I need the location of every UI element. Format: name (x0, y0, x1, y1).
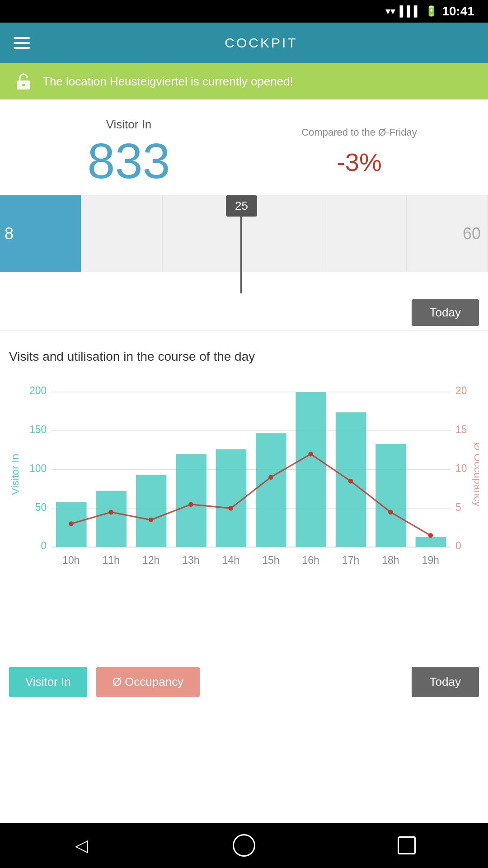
svg-point-37 (388, 510, 393, 515)
divider (0, 330, 488, 331)
svg-point-30 (108, 510, 113, 515)
svg-text:0: 0 (41, 540, 47, 552)
timeline-today-button[interactable]: Today (412, 299, 479, 326)
slider-badge: 25 (226, 195, 257, 217)
legend-row: Visitor In Ø Occupancy Today (0, 658, 488, 706)
svg-text:10h: 10h (62, 554, 80, 566)
chart-title: Visits and utilisation in the course of … (9, 349, 479, 364)
svg-text:150: 150 (29, 424, 47, 435)
signal-icon: ▌▌▌ (400, 5, 421, 17)
comparison-value: -3% (337, 147, 382, 177)
recents-button[interactable] (389, 827, 425, 863)
timeline-cell-1[interactable] (81, 195, 163, 272)
svg-rect-27 (375, 444, 406, 547)
svg-text:100: 100 (29, 462, 47, 474)
svg-text:18h: 18h (382, 554, 399, 566)
comparison-block: Compared to the Ø-Friday -3% (244, 118, 474, 186)
status-time: 10:41 (442, 4, 474, 19)
status-bar: ▾▾ ▌▌▌ 🔋 10:41 (0, 0, 488, 23)
svg-rect-28 (416, 537, 446, 547)
bottom-nav: ◁ (0, 823, 488, 868)
svg-rect-20 (96, 491, 127, 547)
back-button[interactable]: ◁ (63, 827, 99, 863)
svg-point-33 (229, 506, 233, 511)
chart-svg: 200 150 100 50 0 20 15 10 5 0 Visitor In… (9, 377, 479, 649)
svg-rect-23 (216, 449, 247, 547)
hamburger-menu[interactable] (14, 37, 30, 49)
occupancy-legend-button[interactable]: Ø Occupancy (96, 667, 200, 697)
recents-square-icon (398, 836, 416, 854)
visitor-in-legend-button[interactable]: Visitor In (9, 667, 87, 697)
svg-text:15h: 15h (262, 554, 279, 566)
timeline-cell-5[interactable]: 60 (407, 195, 488, 272)
home-button[interactable] (226, 827, 262, 863)
svg-text:0: 0 (455, 540, 461, 552)
chart-section: Visits and utilisation in the course of … (0, 336, 488, 658)
svg-point-29 (69, 521, 73, 526)
svg-text:Visitor In: Visitor In (9, 454, 21, 495)
svg-text:17h: 17h (342, 554, 359, 566)
svg-point-32 (188, 502, 193, 507)
visitor-in-block: Visitor In 833 (14, 118, 244, 186)
slider-handle[interactable]: 25 (226, 195, 257, 293)
visitor-in-label: Visitor In (106, 118, 152, 132)
svg-rect-22 (176, 454, 206, 547)
header-title: COCKPIT (48, 35, 474, 51)
svg-text:12h: 12h (142, 554, 160, 566)
svg-text:200: 200 (29, 385, 47, 396)
battery-icon: 🔋 (425, 5, 437, 17)
svg-text:Ø Occupancy: Ø Occupancy (472, 442, 479, 507)
timeline-right-value: 60 (407, 195, 488, 272)
svg-text:14h: 14h (222, 554, 239, 566)
timeline-left-value: 8 (0, 195, 81, 272)
timeline-cell-4[interactable] (325, 195, 407, 272)
chart-wrapper: 200 150 100 50 0 20 15 10 5 0 Visitor In… (9, 377, 479, 649)
svg-point-34 (268, 475, 273, 480)
today-btn-container: Today (0, 295, 488, 330)
svg-point-35 (308, 452, 313, 457)
stats-section: Visitor In 833 Compared to the Ø-Friday … (0, 99, 488, 195)
svg-text:16h: 16h (302, 554, 319, 566)
svg-text:5: 5 (455, 501, 461, 513)
svg-point-31 (149, 518, 153, 523)
home-circle-icon (233, 834, 255, 857)
timeline-cell-0[interactable]: 8 (0, 195, 81, 272)
notification-bar: The location Heusteigviertel is currentl… (0, 63, 488, 99)
svg-text:19h: 19h (422, 554, 439, 566)
svg-point-38 (428, 533, 433, 538)
svg-point-36 (348, 479, 353, 484)
comparison-label: Compared to the Ø-Friday (301, 127, 417, 138)
app-header: COCKPIT (0, 23, 488, 63)
svg-rect-25 (296, 392, 326, 547)
svg-text:20: 20 (455, 385, 467, 396)
status-icons: ▾▾ ▌▌▌ 🔋 10:41 (385, 4, 474, 19)
svg-text:10: 10 (455, 462, 467, 474)
chart-today-button[interactable]: Today (412, 667, 479, 697)
svg-text:11h: 11h (103, 554, 120, 566)
svg-text:15: 15 (455, 424, 467, 435)
visitor-in-count: 833 (87, 136, 170, 186)
svg-rect-21 (136, 475, 167, 547)
wifi-icon: ▾▾ (385, 5, 395, 17)
slider-line (240, 217, 242, 293)
timeline-section[interactable]: 8 60 25 (0, 195, 488, 295)
svg-text:13h: 13h (182, 554, 199, 566)
notification-text: The location Heusteigviertel is currentl… (42, 75, 293, 89)
svg-point-1 (22, 84, 25, 86)
svg-rect-24 (256, 433, 286, 547)
unlock-icon (14, 71, 33, 91)
svg-text:50: 50 (35, 501, 47, 513)
